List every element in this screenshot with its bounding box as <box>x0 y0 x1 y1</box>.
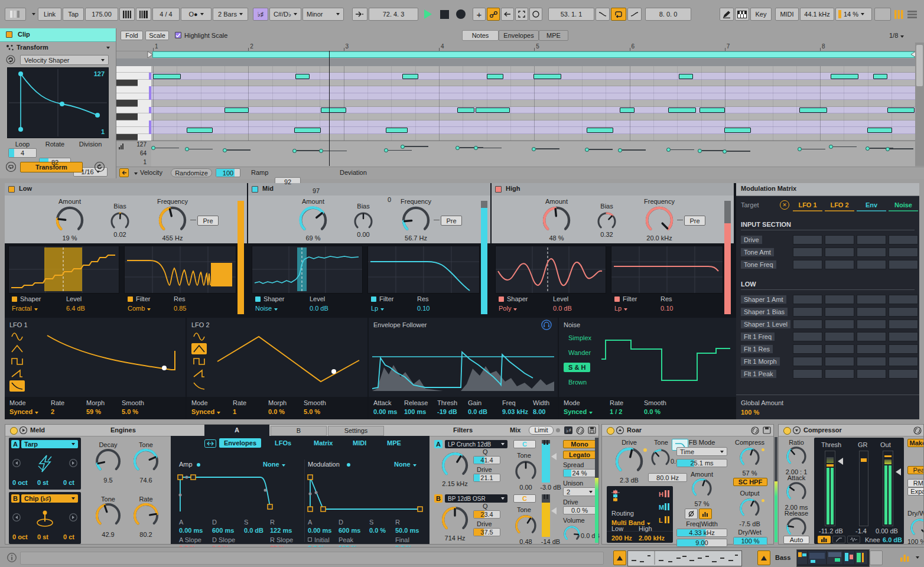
vertical-scrollbar[interactable] <box>915 43 924 166</box>
mode-value[interactable]: Synced <box>9 408 38 415</box>
highlight-icon[interactable] <box>529 8 542 21</box>
transform-loop-icon[interactable] <box>6 162 16 172</box>
loop-count-field[interactable]: 4 <box>8 148 37 158</box>
matrix-cell[interactable] <box>793 369 822 379</box>
rate-value[interactable]: 2 <box>51 408 54 415</box>
draw-pencil-icon[interactable] <box>720 8 734 21</box>
shaper-display[interactable] <box>252 246 363 294</box>
square-wave-icon[interactable] <box>191 356 207 367</box>
midi-note[interactable] <box>867 128 892 133</box>
midi-note[interactable] <box>699 107 725 113</box>
engine-a-next-icon[interactable] <box>69 459 77 467</box>
highlight-scale-checkbox[interactable] <box>175 32 181 38</box>
matrix-cell[interactable] <box>889 332 918 341</box>
midi-note[interactable] <box>679 74 693 79</box>
note-lane[interactable] <box>151 134 915 141</box>
rampup-wave-icon[interactable] <box>9 368 25 379</box>
midi-note[interactable] <box>476 107 510 113</box>
midi-note[interactable] <box>457 107 474 113</box>
lfo-display[interactable] <box>30 327 180 393</box>
groove-selector[interactable]: O● <box>181 8 212 21</box>
meld-subtab-midi[interactable]: MIDI <box>348 438 371 448</box>
meld-subtab-mpe[interactable]: MPE <box>382 438 406 448</box>
velocity-shaper-graph[interactable]: 127 1 <box>7 67 109 138</box>
peak-button[interactable]: Peak <box>907 466 924 474</box>
activity-view-button[interactable] <box>847 536 860 543</box>
comp-drywet-knob[interactable] <box>910 518 924 538</box>
noise-mode-wander[interactable]: Wander <box>564 348 596 357</box>
amp-adsr-value[interactable]: 0.00 ms <box>179 527 203 534</box>
arrangement-position-field[interactable]: 72. 4. 3 <box>369 8 418 21</box>
arrangement-view-icon[interactable] <box>906 8 918 21</box>
midi-note[interactable] <box>402 74 418 79</box>
midi-note[interactable] <box>187 128 213 133</box>
velocity-stem[interactable] <box>223 148 227 152</box>
mode-value[interactable]: Synced <box>191 408 220 415</box>
matrix-cell[interactable] <box>825 332 854 341</box>
amp-adsr-value[interactable]: 600 ms <box>212 527 234 534</box>
midi-note[interactable] <box>487 74 503 79</box>
morph-value[interactable]: 59 % <box>86 408 101 415</box>
audition-icon[interactable] <box>119 144 125 149</box>
matrix-cell[interactable] <box>857 295 886 304</box>
midi-note[interactable] <box>873 74 887 79</box>
noise-mode-simplex[interactable]: Simplex <box>564 333 596 343</box>
frequency-knob[interactable] <box>402 206 430 234</box>
hot-swap-icon[interactable] <box>913 426 922 434</box>
note-lane[interactable] <box>151 80 915 86</box>
matrix-row-label[interactable]: Tone Amt <box>741 248 774 256</box>
mix-b-crossfade-button[interactable]: C <box>513 494 536 503</box>
note-lane[interactable] <box>151 120 915 127</box>
velocity-lane[interactable] <box>151 141 915 167</box>
midi-note[interactable] <box>153 74 181 79</box>
midi-note[interactable] <box>668 107 696 113</box>
fold-device-icon[interactable] <box>616 426 624 434</box>
engine-b-prev-icon[interactable] <box>12 513 21 522</box>
filter-display[interactable] <box>124 246 236 294</box>
level-value[interactable]: 0.0 dB <box>553 305 572 312</box>
info-icon[interactable] <box>7 553 17 562</box>
release-knob[interactable] <box>786 517 807 538</box>
clip-overview-toggle[interactable] <box>613 550 626 565</box>
tool-cycle-icon[interactable] <box>6 55 15 64</box>
matrix-col-lfo1[interactable]: LFO 1 <box>793 201 822 208</box>
fb-freq-field[interactable]: 4.33 kHz <box>676 529 727 537</box>
scale-mode-toggle[interactable]: ♭♯ <box>253 8 268 21</box>
rate-value[interactable]: 1 <box>233 408 236 415</box>
meter-display-icon[interactable] <box>900 552 910 562</box>
shaper-type-selector[interactable]: Fractal <box>12 305 38 312</box>
time-signature-field[interactable]: 4 / 4 <box>152 8 180 21</box>
res-value[interactable]: 0.10 <box>417 305 430 312</box>
freq-value[interactable]: 9.03 kHz <box>502 408 528 415</box>
matrix-col-noise[interactable]: Noise <box>889 201 918 208</box>
draw-mode-icon[interactable] <box>515 8 528 21</box>
matrix-cell[interactable] <box>889 295 918 304</box>
note-lane[interactable] <box>151 113 915 120</box>
global-amount-value[interactable]: 100 % <box>741 409 759 416</box>
midi-note[interactable] <box>620 107 635 113</box>
clear-target-button[interactable]: ✕ <box>780 200 789 210</box>
spread-field[interactable]: 24 % <box>563 469 596 477</box>
metronome-volume-icon[interactable] <box>136 8 151 21</box>
fb-mode-selector[interactable]: Time <box>676 447 727 456</box>
matrix-row-label[interactable]: Shaper 1 Amt <box>741 295 786 304</box>
save-preset-icon[interactable] <box>763 426 771 434</box>
engine-a-oscillator-selector[interactable]: Tarp <box>21 440 78 448</box>
noise-mode-sh[interactable]: S & H <box>564 363 590 372</box>
punch-out-icon[interactable] <box>627 8 642 21</box>
transfer-curve-view-button[interactable] <box>832 536 845 543</box>
frequency-knob[interactable] <box>645 206 674 234</box>
shaper-type-selector[interactable]: Poly <box>499 305 517 312</box>
midi-overdub-icon[interactable] <box>487 8 500 21</box>
legato-button[interactable]: Legato <box>563 451 596 459</box>
matrix-cell[interactable] <box>857 369 886 379</box>
band-header[interactable]: High <box>492 183 734 196</box>
width-value[interactable]: 8.00 <box>533 408 545 415</box>
white-key[interactable] <box>116 93 151 100</box>
play-button[interactable] <box>421 8 435 21</box>
compress-knob[interactable] <box>739 447 760 468</box>
velocity-stem[interactable] <box>456 146 460 150</box>
velocity-stem[interactable] <box>532 147 536 151</box>
meld-subtab-envelopes[interactable]: Envelopes <box>219 438 261 448</box>
hot-swap-icon[interactable] <box>751 426 759 434</box>
